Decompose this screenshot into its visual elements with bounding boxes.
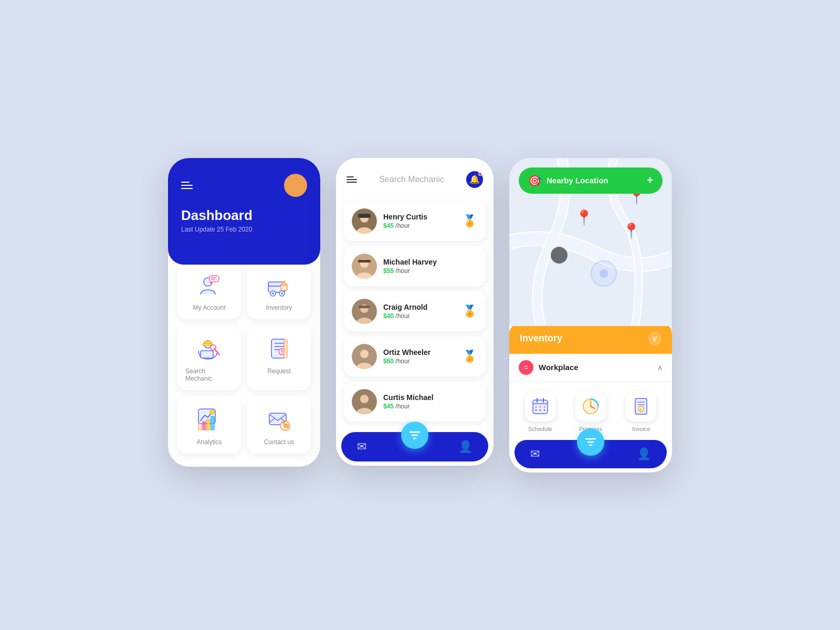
contact-card[interactable]: ☎ Contact us <box>247 396 311 454</box>
dashboard-header: Dashboard Last Update 25 Feb 2020 <box>168 158 320 265</box>
nearby-location-button[interactable]: 🎯 Nearby Location + <box>519 167 663 194</box>
svg-point-63 <box>535 406 537 407</box>
svg-point-52 <box>360 350 369 358</box>
progress-card[interactable]: Progress <box>575 391 606 432</box>
svg-point-9 <box>272 292 274 295</box>
mechanic-name: Michael Harvey <box>383 258 455 266</box>
mechanic-card-michael[interactable]: Michael Harvey $55 /hour <box>344 246 486 286</box>
svg-rect-15 <box>201 351 213 358</box>
notification-icon[interactable]: 🔔 <box>466 171 483 188</box>
add-location-icon: + <box>647 174 653 186</box>
chevron-down-icon: ∨ <box>648 332 662 345</box>
contact-icon: ☎ <box>266 407 292 433</box>
schedule-card[interactable]: Schedule <box>525 391 555 432</box>
svg-point-36 <box>210 410 214 414</box>
schedule-icon <box>525 391 555 422</box>
profile-nav-icon-map[interactable]: 👤 <box>637 447 651 461</box>
svg-text:☎: ☎ <box>283 423 289 429</box>
search-mechanic-label: Search Mechanic <box>185 368 233 382</box>
mechanic-rate: $40 /hour <box>383 312 455 320</box>
filter-fab[interactable] <box>401 422 428 449</box>
mechanic-list: Henry Curtis $45 /hour 🏅 <box>336 196 494 432</box>
svg-point-25 <box>281 353 282 354</box>
inventory-card[interactable]: Inventory <box>247 262 311 319</box>
mechanic-avatar-henry <box>352 208 377 234</box>
search-header: Search Mechanic 🔔 <box>336 158 494 196</box>
analytics-card[interactable]: Analytics <box>177 396 241 454</box>
svg-rect-50 <box>359 306 370 308</box>
my-account-label: My Account <box>193 304 225 311</box>
request-card[interactable]: Request <box>247 326 311 390</box>
svg-marker-35 <box>211 416 214 430</box>
mechanic-info-craig: Craig Arnold $40 /hour <box>383 303 455 320</box>
mechanic-name: Henry Curtis <box>383 213 455 221</box>
svg-point-65 <box>543 406 545 407</box>
workplace-label: Workplace <box>539 363 579 372</box>
inventory-icon <box>266 272 292 299</box>
request-label: Request <box>267 368 291 375</box>
analytics-label: Analytics <box>196 438 222 446</box>
map-screen: 🎯 Nearby Location + 📍 📍 📍 Inventory ∨ = … <box>509 158 672 472</box>
mechanic-card-henry[interactable]: Henry Curtis $45 /hour 🏅 <box>344 201 486 241</box>
filter-fab-map[interactable] <box>577 428 604 456</box>
progress-icon <box>575 391 606 422</box>
mechanic-avatar-curtis <box>352 389 377 414</box>
my-account-card[interactable]: My Account <box>177 262 241 319</box>
svg-point-64 <box>539 406 541 407</box>
award-badge-michael <box>461 258 478 275</box>
svg-point-67 <box>539 409 541 411</box>
workplace-icon: = <box>519 360 533 375</box>
award-badge-ortiz: 🏅 <box>461 348 478 365</box>
svg-marker-34 <box>207 419 210 430</box>
dashboard-subtitle: Last Update 25 Feb 2020 <box>181 226 307 233</box>
mechanic-name: Craig Arnold <box>383 303 455 311</box>
svg-point-56 <box>551 247 568 264</box>
search-screen: Search Mechanic 🔔 Henry Curtis <box>336 158 494 466</box>
nearby-label: Nearby Location <box>547 176 642 185</box>
chevron-up-icon: ∧ <box>657 363 663 372</box>
notification-badge <box>478 172 482 176</box>
search-mechanic-card[interactable]: Search Mechanic <box>177 326 241 390</box>
dashboard-title: Dashboard <box>181 207 307 224</box>
svg-point-68 <box>543 409 545 411</box>
map-pin-blue: 📍 <box>622 224 640 238</box>
dashboard-screen: Dashboard Last Update 25 Feb 2020 My Acc… <box>168 158 320 467</box>
menu-icon[interactable] <box>181 182 193 189</box>
award-badge-craig: 🏅 <box>461 303 478 320</box>
inventory-title: Inventory <box>520 333 562 344</box>
svg-marker-33 <box>203 422 206 430</box>
svg-rect-16 <box>203 343 212 345</box>
mechanic-card-craig[interactable]: Craig Arnold $40 /hour 🏅 <box>344 291 486 331</box>
search-mechanic-icon <box>196 336 223 362</box>
mechanic-rate: $60 /hour <box>383 358 455 365</box>
profile-nav-icon[interactable]: 👤 <box>458 440 472 454</box>
mechanic-avatar-ortiz <box>352 344 377 369</box>
messages-nav-icon[interactable]: ✉ <box>357 440 366 454</box>
svg-point-54 <box>360 395 369 403</box>
mechanic-card-curtis[interactable]: Curtis Michael $45 /hour <box>344 382 486 422</box>
avatar[interactable] <box>284 174 307 197</box>
mechanic-card-ortiz[interactable]: Ortiz Wheeler $60 /hour 🏅 <box>344 337 486 376</box>
svg-rect-47 <box>358 260 371 262</box>
invoice-card[interactable]: $ Invoice <box>626 391 656 432</box>
bottom-nav-map: ✉ 👤 <box>514 440 667 468</box>
menu-icon[interactable] <box>346 176 357 183</box>
svg-rect-2 <box>209 276 219 282</box>
map-area: 🎯 Nearby Location + 📍 📍 📍 <box>509 158 672 326</box>
svg-text:$: $ <box>639 407 642 412</box>
svg-marker-32 <box>198 424 202 430</box>
svg-rect-44 <box>358 214 371 218</box>
mechanic-info-michael: Michael Harvey $55 /hour <box>383 258 455 275</box>
invoice-icon: $ <box>626 391 656 422</box>
mechanic-name: Ortiz Wheeler <box>383 348 455 356</box>
mechanic-rate: $45 /hour <box>383 403 455 410</box>
award-badge-curtis <box>461 393 478 410</box>
mechanic-rate: $55 /hour <box>383 267 455 275</box>
my-account-icon <box>196 272 223 299</box>
award-badge-henry: 🏅 <box>461 213 478 229</box>
mechanic-info-ortiz: Ortiz Wheeler $60 /hour <box>383 348 455 365</box>
svg-point-58 <box>600 269 608 278</box>
messages-nav-icon-map[interactable]: ✉ <box>530 447 540 461</box>
mechanic-avatar-michael <box>352 254 377 279</box>
inventory-header[interactable]: Inventory ∨ <box>509 323 672 354</box>
